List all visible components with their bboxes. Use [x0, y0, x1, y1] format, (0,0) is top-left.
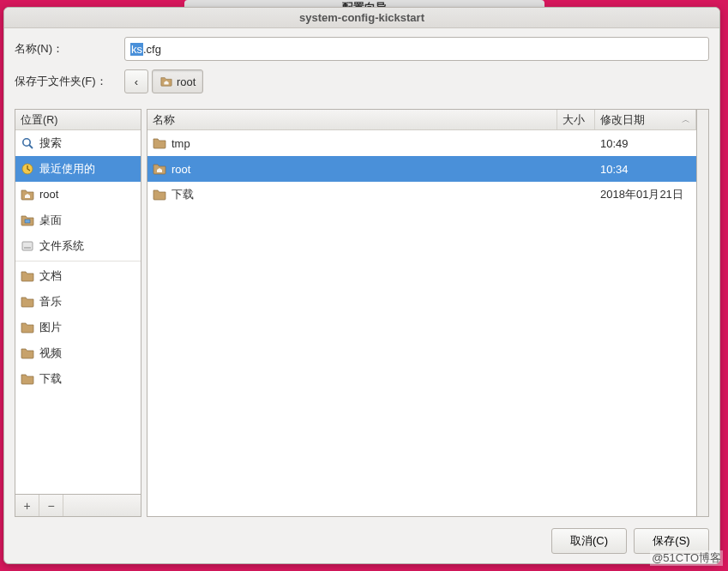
save-dialog: system-config-kickstart 名称(N)： ks.cfg 保存… — [3, 7, 720, 564]
sidebar-item-folder-7[interactable]: 图片 — [15, 315, 141, 340]
sidebar-item-home-2[interactable]: root — [15, 182, 141, 207]
file-date: 10:34 — [595, 163, 696, 176]
path-back-button[interactable]: ‹ — [124, 69, 148, 93]
folder-label: 保存于文件夹(F)： — [15, 74, 124, 89]
sidebar-item-label: 音乐 — [39, 294, 62, 310]
places-header[interactable]: 位置(R) — [15, 110, 141, 130]
sidebar-item-label: root — [39, 188, 58, 201]
folder-icon — [21, 269, 34, 283]
sidebar-item-folder-5[interactable]: 文档 — [15, 263, 141, 289]
folder-row: 保存于文件夹(F)： ‹ root — [15, 69, 709, 93]
dialog-footer: 取消(C) 保存(S) — [4, 522, 719, 563]
search-icon — [21, 136, 34, 150]
folder-icon — [21, 346, 34, 360]
sidebar-item-label: 文件系统 — [39, 238, 84, 254]
drive-icon — [21, 239, 34, 253]
sidebar-item-label: 最近使用的 — [39, 161, 95, 177]
folder-icon — [21, 295, 34, 309]
path-segment-current[interactable]: root — [152, 69, 203, 93]
name-row: 名称(N)： ks.cfg — [15, 37, 709, 61]
file-list: 名称 大小 修改日期 ︿ tmp10:49root10:34下载2018年01月… — [147, 109, 697, 517]
filename-input[interactable]: ks.cfg — [124, 37, 709, 61]
filename-selected-text: ks — [130, 43, 143, 56]
column-header-size[interactable]: 大小 — [557, 110, 595, 129]
desktop-icon — [21, 213, 34, 227]
scrollbar-track[interactable] — [697, 109, 709, 517]
sidebar-item-folder-8[interactable]: 视频 — [15, 340, 141, 366]
column-headers: 名称 大小 修改日期 ︿ — [147, 110, 696, 130]
home-icon — [153, 162, 166, 176]
file-date: 2018年01月21日 — [595, 187, 696, 202]
file-row[interactable]: root10:34 — [147, 156, 696, 182]
sidebar-item-search-0[interactable]: 搜索 — [15, 130, 141, 156]
sidebar-item-folder-9[interactable]: 下载 — [15, 366, 141, 392]
sidebar-item-label: 视频 — [39, 346, 62, 361]
file-name: root — [171, 163, 190, 176]
sidebar-item-label: 图片 — [39, 320, 62, 335]
path-segment-label: root — [177, 75, 196, 88]
file-date: 10:49 — [595, 137, 696, 150]
column-header-name[interactable]: 名称 — [147, 110, 557, 129]
file-row[interactable]: 下载2018年01月21日 — [147, 182, 696, 207]
sidebar-item-folder-6[interactable]: 音乐 — [15, 289, 141, 315]
add-bookmark-button[interactable]: + — [15, 495, 39, 516]
folder-icon — [21, 321, 34, 334]
sidebar-item-label: 搜索 — [39, 135, 62, 151]
places-sidebar: 位置(R) 搜索最近使用的root桌面文件系统文档音乐图片视频下载 — [15, 109, 141, 495]
file-row[interactable]: tmp10:49 — [147, 130, 696, 156]
sort-indicator-icon: ︿ — [682, 110, 690, 130]
dialog-title: system-config-kickstart — [4, 8, 719, 28]
sidebar-item-drive-4[interactable]: 文件系统 — [15, 233, 141, 259]
file-name: tmp — [171, 137, 190, 150]
recent-icon — [21, 162, 34, 176]
watermark: @51CTO博客 — [650, 550, 723, 566]
sidebar-item-label: 下载 — [39, 371, 62, 387]
sidebar-item-recent-1[interactable]: 最近使用的 — [15, 156, 141, 182]
places-toolbar: + − — [15, 495, 141, 517]
filename-rest-text: .cfg — [143, 43, 161, 56]
folder-icon — [21, 372, 34, 386]
sidebar-item-label: 桌面 — [39, 213, 62, 228]
sidebar-item-desktop-3[interactable]: 桌面 — [15, 207, 141, 233]
file-name: 下载 — [171, 187, 194, 202]
sidebar-item-label: 文档 — [39, 268, 62, 284]
home-icon — [21, 188, 34, 201]
home-folder-icon — [159, 75, 173, 87]
cancel-button[interactable]: 取消(C) — [551, 528, 627, 554]
column-header-date[interactable]: 修改日期 ︿ — [595, 110, 696, 129]
name-label: 名称(N)： — [15, 41, 124, 57]
folder-icon — [153, 188, 166, 201]
folder-icon — [153, 136, 166, 150]
chevron-left-icon: ‹ — [135, 75, 138, 88]
remove-bookmark-button[interactable]: − — [39, 495, 63, 516]
